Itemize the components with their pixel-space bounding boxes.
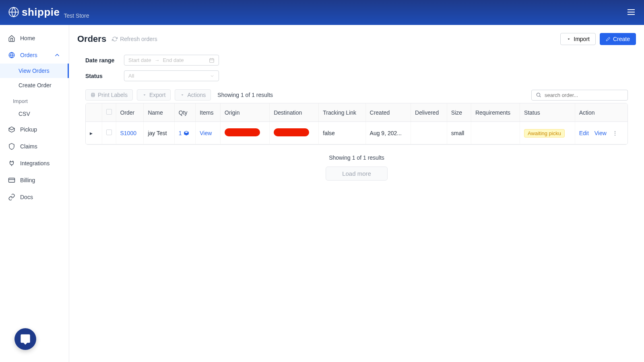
arrow-right-icon: → [154,57,159,63]
view-link[interactable]: View [594,130,607,136]
cell-requirements [471,122,520,144]
svg-line-15 [539,96,541,97]
load-more-button[interactable]: Load more [326,167,388,181]
shield-icon [8,143,15,150]
sidebar-sub-csv[interactable]: CSV [0,107,69,121]
sidebar-item-label: Integrations [20,160,50,167]
sidebar: Home Orders View Orders Create Order Imp… [0,25,69,362]
sidebar-item-label: Home [20,35,35,41]
sidebar-item-label: Pickup [20,126,37,133]
import-label: Import [574,36,590,42]
sidebar-item-home[interactable]: Home [0,30,69,47]
cell-size: small [447,122,471,144]
expand-row[interactable]: ▸ [90,130,93,136]
sidebar-item-pickup[interactable]: Pickup [0,121,69,138]
svg-rect-7 [210,58,214,62]
calendar-icon [209,58,215,63]
col-delivered: Delivered [411,103,447,122]
row-more-menu[interactable]: ⋮ [612,130,618,136]
refresh-orders[interactable]: Refresh orders [112,36,157,42]
search-orders[interactable] [531,90,628,101]
orders-table: Order Name Qty Items Origin Destination … [86,103,627,144]
col-qty: Qty [174,103,195,122]
export-label: Export [149,92,165,98]
cell-created: Aug 9, 202... [365,122,411,144]
chat-widget[interactable] [14,328,36,350]
sidebar-sub-create-order[interactable]: Create Order [0,78,69,93]
chevron-down-icon [210,74,215,78]
qty-cell[interactable]: 1 [179,130,189,136]
col-status: Status [520,103,575,122]
caret-down-icon [566,37,571,41]
chevron-up-icon [54,51,61,59]
status-select[interactable]: All [124,70,219,81]
caret-down-icon [180,93,185,97]
sidebar-item-integrations[interactable]: Integrations [0,155,69,172]
col-size: Size [447,103,471,122]
sidebar-item-docs[interactable]: Docs [0,189,69,206]
col-created: Created [365,103,411,122]
hamburger-icon [626,7,636,17]
items-view-link[interactable]: View [200,130,212,136]
select-all-checkbox[interactable] [106,109,112,115]
create-button[interactable]: Create [600,33,636,45]
orders-table-wrap: Order Name Qty Items Origin Destination … [85,103,628,145]
sidebar-item-label: Create Order [19,82,52,88]
status-badge: Awaiting picku [524,129,565,138]
sidebar-item-claims[interactable]: Claims [0,138,69,155]
actions-label: Actions [187,92,206,98]
home-icon [8,35,15,42]
sidebar-item-label: CSV [19,111,30,117]
sidebar-item-label: View Orders [19,68,50,74]
print-labels-button[interactable]: Print Labels [85,89,133,101]
col-destination: Destination [270,103,319,122]
cell-delivered [411,122,447,144]
date-range-picker[interactable]: Start date → End date [124,55,219,66]
col-order: Order [116,103,144,122]
date-range-label: Date range [85,57,118,64]
sidebar-section-import: Import [0,93,69,107]
brand-name: shippie [22,6,60,19]
export-button[interactable]: Export [137,89,171,101]
status-label: Status [85,73,118,79]
sidebar-item-label: Orders [20,52,37,58]
sidebar-sub-view-orders[interactable]: View Orders [0,64,69,78]
sidebar-item-label: Claims [20,143,37,150]
cell-origin [221,122,270,144]
svg-point-14 [537,93,540,96]
actions-button[interactable]: Actions [175,89,211,101]
sidebar-item-billing[interactable]: Billing [0,172,69,189]
start-date-placeholder: Start date [128,57,151,63]
box-icon [184,130,189,136]
table-toolbar: Print Labels Export Actions Showing 1 of… [77,89,636,101]
results-count: Showing 1 of 1 results [217,92,273,98]
chat-icon [20,333,31,345]
sidebar-item-label: Billing [20,177,35,183]
package-icon [8,126,15,133]
plug-icon [8,160,15,167]
globe-icon [8,51,15,59]
edit-link[interactable]: Edit [579,130,589,136]
col-requirements: Requirements [471,103,520,122]
hamburger-menu[interactable] [626,7,636,18]
row-checkbox[interactable] [106,130,112,135]
svg-rect-5 [9,178,15,183]
brand-logo[interactable]: shippie [8,6,60,19]
header-left: shippie Test Store [8,6,89,19]
pencil-icon [606,37,611,41]
refresh-icon [112,36,118,42]
order-link[interactable]: S1000 [120,130,136,136]
filters: Date range Start date → End date Status … [77,55,636,81]
search-input[interactable] [545,92,623,98]
col-action: Action [575,103,627,122]
col-origin: Origin [221,103,270,122]
link-icon [8,193,15,201]
cell-tracking: false [319,122,365,144]
print-labels-label: Print Labels [98,92,128,98]
sidebar-item-orders[interactable]: Orders [0,47,69,64]
col-items: Items [196,103,221,122]
redacted-origin [225,128,260,136]
import-button[interactable]: Import [560,33,596,45]
create-label: Create [613,36,630,42]
table-footer: Showing 1 of 1 results Load more [77,154,636,181]
